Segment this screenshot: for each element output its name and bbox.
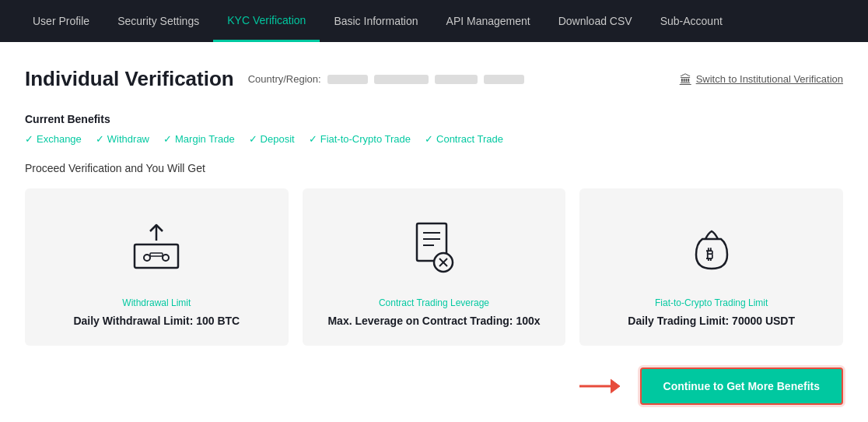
country-value-1: [327, 75, 368, 84]
nav-api-management[interactable]: API Management: [432, 0, 544, 42]
page-title: Individual Verification: [25, 67, 234, 91]
benefit-fiat-label: Fiat-to-Crypto Trade: [320, 133, 411, 145]
benefit-deposit: ✓ Deposit: [249, 133, 295, 145]
check-icon-withdraw: ✓: [96, 133, 104, 145]
svg-point-2: [163, 255, 169, 261]
switch-institutional-btn[interactable]: 🏛 Switch to Institutional Verification: [680, 72, 843, 86]
check-icon-contract: ✓: [425, 133, 433, 145]
main-content: Individual Verification Country/Region: …: [0, 42, 868, 422]
continue-button[interactable]: Continue to Get More Benefits: [640, 367, 843, 405]
card-crypto-subtitle: Fiat-to-Crypto Trading Limit: [655, 297, 768, 308]
cards-row: Withdrawal Limit Daily Withdrawal Limit:…: [25, 188, 843, 346]
benefit-contract-label: Contract Trade: [436, 133, 503, 145]
benefits-list: ✓ Exchange ✓ Withdraw ✓ Margin Trade ✓ D…: [25, 133, 843, 145]
card-contract: Contract Trading Leverage Max. Leverage …: [303, 188, 566, 346]
benefit-fiat: ✓ Fiat-to-Crypto Trade: [309, 133, 411, 145]
nav-download-csv[interactable]: Download CSV: [544, 0, 646, 42]
nav-sub-account[interactable]: Sub-Account: [646, 0, 737, 42]
country-value-4: [484, 75, 524, 84]
benefits-label: Current Benefits: [25, 113, 843, 125]
benefit-deposit-label: Deposit: [261, 133, 295, 145]
benefit-exchange: ✓ Exchange: [25, 133, 82, 145]
check-icon-deposit: ✓: [249, 133, 257, 145]
card-crypto-main: Daily Trading Limit: 70000 USDT: [628, 315, 795, 327]
header-row: Individual Verification Country/Region: …: [25, 67, 843, 91]
contract-icon: [403, 217, 465, 280]
benefit-withdraw: ✓ Withdraw: [96, 133, 149, 145]
withdrawal-icon-area: [121, 213, 191, 283]
card-withdrawal: Withdrawal Limit Daily Withdrawal Limit:…: [25, 188, 289, 346]
country-label: Country/Region:: [248, 73, 321, 85]
navigation: User Profile Security Settings KYC Verif…: [0, 0, 868, 42]
benefit-margin-label: Margin Trade: [175, 133, 235, 145]
country-value-3: [435, 75, 478, 84]
switch-label: Switch to Institutional Verification: [696, 73, 843, 85]
country-value-2: [374, 75, 429, 84]
svg-point-1: [144, 255, 150, 261]
benefit-exchange-label: Exchange: [37, 133, 82, 145]
crypto-bag-icon: ₿: [681, 217, 743, 280]
bottom-row: Continue to Get More Benefits: [25, 367, 843, 405]
benefit-contract: ✓ Contract Trade: [425, 133, 503, 145]
check-icon-exchange: ✓: [25, 133, 33, 145]
nav-basic-information[interactable]: Basic Information: [320, 0, 432, 42]
arrow-icon: [579, 375, 626, 398]
card-contract-subtitle: Contract Trading Leverage: [379, 297, 489, 308]
crypto-icon-area: ₿: [677, 213, 747, 283]
card-withdrawal-main: Daily Withdrawal Limit: 100 BTC: [73, 315, 240, 327]
institution-icon: 🏛: [680, 72, 691, 86]
nav-security-settings[interactable]: Security Settings: [103, 0, 213, 42]
withdrawal-icon: [125, 217, 187, 280]
card-crypto: ₿ Fiat-to-Crypto Trading Limit Daily Tra…: [579, 188, 843, 346]
card-withdrawal-subtitle: Withdrawal Limit: [122, 297, 191, 308]
nav-kyc-verification[interactable]: KYC Verification: [213, 0, 320, 42]
nav-bar: User Profile Security Settings KYC Verif…: [0, 0, 868, 42]
benefit-margin-trade: ✓ Margin Trade: [163, 133, 235, 145]
svg-rect-3: [150, 253, 163, 256]
card-contract-main: Max. Leverage on Contract Trading: 100x: [327, 315, 540, 327]
check-icon-fiat: ✓: [309, 133, 317, 145]
check-icon-margin: ✓: [163, 133, 172, 145]
benefit-withdraw-label: Withdraw: [107, 133, 149, 145]
svg-text:₿: ₿: [706, 247, 713, 262]
nav-user-profile[interactable]: User Profile: [19, 0, 103, 42]
contract-icon-area: [399, 213, 469, 283]
country-region: Country/Region:: [248, 73, 524, 85]
arrow-area: [579, 375, 626, 398]
proceed-label: Proceed Verification and You Will Get: [25, 162, 843, 174]
